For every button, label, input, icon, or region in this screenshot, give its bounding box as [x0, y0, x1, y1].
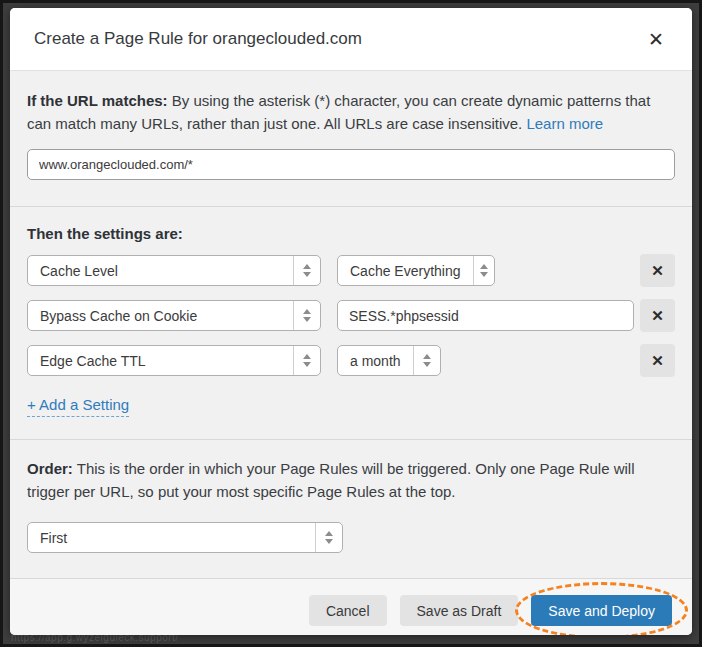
- remove-setting-icon[interactable]: ✕: [640, 344, 675, 377]
- cookie-pattern-input[interactable]: [337, 300, 634, 331]
- learn-more-link[interactable]: Learn more: [526, 115, 603, 132]
- url-match-lead: If the URL matches:: [27, 92, 168, 109]
- save-and-deploy-wrapper: Save and Deploy: [531, 595, 672, 626]
- stepper-icon: [293, 256, 320, 285]
- setting-select-label: Edge Cache TTL: [28, 346, 293, 375]
- value-select-a-month[interactable]: a month: [337, 345, 441, 376]
- order-description: Order: This is the order in which your P…: [27, 458, 675, 503]
- setting-select-label: Bypass Cache on Cookie: [28, 301, 293, 330]
- modal-title: Create a Page Rule for orangeclouded.com: [34, 29, 646, 49]
- remove-setting-icon[interactable]: ✕: [640, 299, 675, 332]
- stepper-icon: [473, 256, 494, 285]
- setting-select-cache-level[interactable]: Cache Level: [27, 255, 321, 286]
- settings-section: Then the settings are: Cache Level Cache…: [10, 207, 692, 440]
- setting-row: Bypass Cache on Cookie ✕: [27, 299, 675, 332]
- value-select-cache-everything[interactable]: Cache Everything: [337, 255, 495, 286]
- modal-header: Create a Page Rule for orangeclouded.com…: [10, 8, 692, 71]
- stepper-icon: [293, 346, 320, 375]
- order-text: This is the order in which your Page Rul…: [27, 460, 635, 500]
- stepper-icon: [413, 346, 440, 375]
- order-select-label: First: [28, 523, 315, 552]
- url-match-description: If the URL matches: By using the asteris…: [27, 90, 675, 135]
- cancel-button[interactable]: Cancel: [309, 595, 387, 626]
- add-setting-link[interactable]: + Add a Setting: [27, 396, 129, 417]
- setting-select-edge-cache-ttl[interactable]: Edge Cache TTL: [27, 345, 321, 376]
- url-match-section: If the URL matches: By using the asteris…: [10, 71, 692, 207]
- dimmed-page-overlay: https://app.g.wyzeiguieck.support/ Creat…: [0, 0, 702, 647]
- setting-row: Edge Cache TTL a month ✕: [27, 344, 675, 377]
- order-lead: Order:: [27, 460, 73, 477]
- setting-select-bypass-cache[interactable]: Bypass Cache on Cookie: [27, 300, 321, 331]
- setting-row: Cache Level Cache Everything ✕: [27, 254, 675, 287]
- stepper-icon: [315, 523, 342, 552]
- stepper-icon: [293, 301, 320, 330]
- close-icon[interactable]: ✕: [646, 28, 666, 51]
- save-and-deploy-button[interactable]: Save and Deploy: [531, 595, 672, 626]
- setting-select-label: Cache Level: [28, 256, 293, 285]
- url-pattern-input[interactable]: [27, 149, 675, 180]
- create-page-rule-modal: Create a Page Rule for orangeclouded.com…: [10, 8, 692, 635]
- settings-heading: Then the settings are:: [27, 225, 675, 242]
- remove-setting-icon[interactable]: ✕: [640, 254, 675, 287]
- value-select-label: a month: [338, 346, 413, 375]
- order-select[interactable]: First: [27, 522, 343, 553]
- modal-footer: Cancel Save as Draft Save and Deploy: [10, 579, 692, 635]
- order-section: Order: This is the order in which your P…: [10, 440, 692, 579]
- value-select-label: Cache Everything: [338, 256, 473, 285]
- save-as-draft-button[interactable]: Save as Draft: [400, 595, 519, 626]
